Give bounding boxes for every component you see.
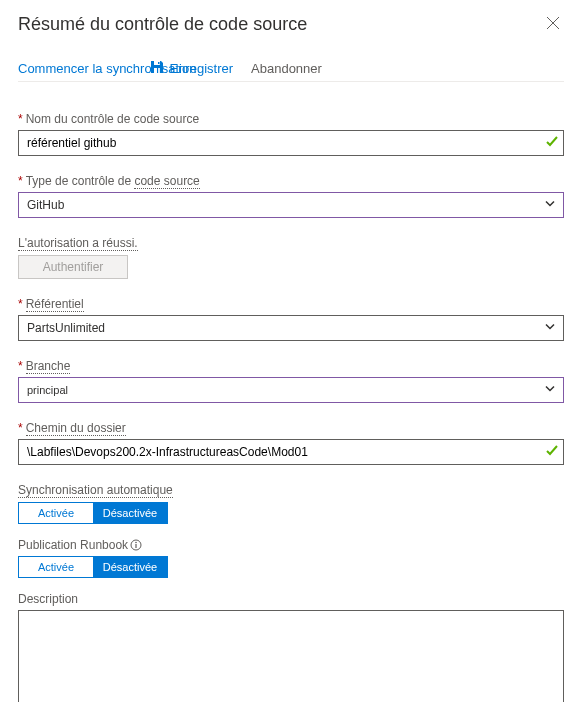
toolbar: Commencer la synchronisation Enregistrer… [18,59,564,82]
autosync-off[interactable]: Désactivée [93,503,167,523]
close-button[interactable] [542,10,564,39]
type-select[interactable]: GitHub [18,192,564,218]
branch-label: *Branche [18,359,564,373]
name-label: *Nom du contrôle de code source [18,112,564,126]
autosync-on[interactable]: Activée [19,503,93,523]
page-title: Résumé du contrôle de code source [18,14,307,35]
folder-input[interactable] [18,439,564,465]
branch-select[interactable]: principal [18,377,564,403]
discard-button[interactable]: Abandonner [251,61,322,76]
name-input[interactable] [18,130,564,156]
publish-off[interactable]: Désactivée [93,557,167,577]
info-icon[interactable] [130,539,142,551]
publish-toggle[interactable]: Activée Désactivée [18,556,168,578]
save-icon [149,59,167,77]
repo-select[interactable]: PartsUnlimited [18,315,564,341]
description-label: Description [18,592,564,606]
repo-label: *Référentiel [18,297,564,311]
close-icon [546,16,560,30]
svg-rect-5 [135,544,136,548]
svg-rect-2 [158,62,160,64]
save-label: Enregistrer [169,61,233,76]
check-icon [546,135,558,151]
autosync-toggle[interactable]: Activée Désactivée [18,502,168,524]
type-label: *Type de contrôle de code source [18,174,564,188]
authenticate-button: Authentifier [18,255,128,279]
autosync-label: Synchronisation automatique [18,483,564,498]
auth-status: L'autorisation a réussi. [18,236,138,251]
publish-on[interactable]: Activée [19,557,93,577]
folder-label: *Chemin du dossier [18,421,564,435]
publish-label: Publication Runbook [18,538,564,552]
description-textarea[interactable] [18,610,564,702]
save-button[interactable]: Enregistrer [155,59,233,77]
svg-point-4 [135,542,137,544]
check-icon [546,444,558,460]
